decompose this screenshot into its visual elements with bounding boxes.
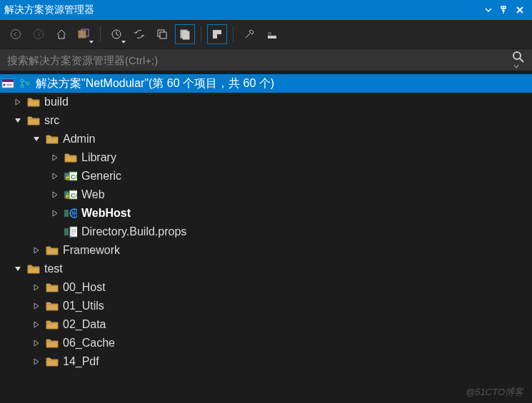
svg-point-0	[11, 30, 21, 39]
search-input[interactable]	[7, 54, 512, 66]
tree-item-label: Framework	[63, 244, 120, 257]
csproj-icon: 🔒C#	[64, 188, 77, 201]
folder-icon	[64, 151, 77, 164]
svg-text:C#: C#	[71, 173, 77, 180]
tree-item[interactable]: Admin	[0, 130, 532, 148]
tree-item[interactable]: 06_Cache	[0, 334, 532, 352]
expand-caret-icon[interactable]	[50, 190, 60, 200]
svg-rect-12	[268, 32, 271, 35]
expand-caret-icon[interactable]	[50, 153, 60, 163]
show-all-files-button[interactable]	[175, 24, 195, 44]
tree-item-label: Directory.Build.props	[81, 225, 186, 238]
tree-item-label: src	[44, 114, 59, 127]
svg-point-19	[26, 82, 29, 85]
tree-item[interactable]: 14_Pdf	[0, 352, 532, 371]
solution-label: 解决方案"NetModular"(第 60 个项目，共 60 个)	[36, 76, 274, 91]
tree-item[interactable]: Framework	[0, 241, 532, 260]
webhost-icon	[64, 207, 77, 220]
tree-item[interactable]: src	[0, 111, 532, 130]
svg-point-13	[513, 52, 521, 59]
forward-button[interactable]	[29, 24, 49, 44]
expand-caret-icon[interactable]	[31, 282, 41, 292]
title-bar: 解决方案资源管理器	[0, 0, 532, 20]
folder-icon	[46, 244, 59, 257]
tree-item-label: WebHost	[81, 207, 131, 220]
folder-icon	[27, 262, 40, 275]
svg-text:C#: C#	[71, 192, 77, 199]
search-icon[interactable]	[512, 51, 525, 69]
expand-caret-icon[interactable]	[13, 264, 23, 274]
tree-item[interactable]: 🔒C#Web	[0, 185, 532, 204]
toolbar-separator	[233, 26, 234, 42]
properties-button[interactable]	[239, 24, 259, 44]
tree-item-label: 06_Cache	[63, 337, 115, 350]
solution-tree: 解决方案"NetModular"(第 60 个项目，共 60 个) builds…	[0, 71, 532, 374]
svg-rect-28	[64, 210, 69, 217]
folder-icon	[27, 114, 40, 127]
pending-changes-button[interactable]	[106, 24, 126, 44]
back-button[interactable]	[6, 24, 26, 44]
svg-rect-8	[183, 31, 189, 39]
expand-caret-icon[interactable]	[31, 301, 41, 311]
svg-rect-10	[217, 34, 221, 39]
expand-caret-icon[interactable]	[13, 97, 23, 107]
expand-caret-icon[interactable]	[31, 320, 41, 330]
watermark: @51CTO博客	[466, 386, 523, 399]
tree-item-label: Admin	[63, 133, 95, 146]
expand-caret-icon[interactable]	[31, 134, 41, 144]
tree-item[interactable]: 00_Host	[0, 278, 532, 297]
svg-rect-30	[64, 228, 69, 235]
tree-item-label: Generic	[81, 170, 121, 183]
tree-item[interactable]: 02_Data	[0, 315, 532, 334]
tree-item[interactable]: 01_Utils	[0, 297, 532, 315]
solution-icon	[1, 77, 14, 90]
tree-item[interactable]: Directory.Build.props	[0, 223, 532, 241]
preview-selected-button[interactable]	[207, 24, 227, 44]
tree-item[interactable]: Library	[0, 148, 532, 167]
folder-icon	[46, 337, 59, 350]
props-icon	[64, 225, 77, 238]
panel-title: 解决方案资源管理器	[4, 4, 481, 16]
tree-item-label: build	[44, 96, 69, 108]
svg-point-17	[21, 79, 24, 82]
expand-caret-icon[interactable]	[31, 338, 41, 348]
collapse-all-button[interactable]	[152, 24, 172, 44]
close-icon[interactable]	[512, 2, 528, 18]
tree-item-label: Web	[81, 188, 105, 201]
expand-caret-icon[interactable]	[13, 116, 23, 126]
tree-item-label: Library	[81, 151, 116, 164]
view-button[interactable]	[262, 24, 282, 44]
dropdown-icon[interactable]	[481, 2, 496, 18]
tree-item-label: 01_Utils	[63, 300, 104, 312]
svg-rect-11	[268, 36, 276, 39]
home-button[interactable]	[51, 24, 71, 44]
tree-item-label: test	[44, 262, 63, 275]
tree-item[interactable]: build	[0, 93, 532, 111]
search-bar	[0, 49, 532, 71]
tree-item-label: 14_Pdf	[63, 355, 99, 368]
toolbar-separator	[100, 26, 101, 42]
tree-item[interactable]: WebHost	[0, 204, 532, 223]
toolbar-separator	[201, 26, 201, 42]
folder-icon	[46, 318, 59, 331]
expand-caret-icon[interactable]	[31, 357, 41, 367]
sync-button[interactable]	[129, 24, 149, 44]
expand-caret-icon[interactable]	[31, 245, 41, 255]
svg-rect-15	[2, 79, 14, 82]
expand-caret-icon[interactable]	[50, 171, 60, 181]
folder-icon	[46, 300, 59, 312]
svg-rect-6	[160, 32, 166, 39]
folder-icon	[46, 133, 59, 146]
svg-point-18	[21, 85, 24, 88]
expand-caret-icon[interactable]	[50, 208, 60, 218]
folder-icon	[46, 281, 59, 294]
tree-item[interactable]: 🔒C#Generic	[0, 167, 532, 185]
tree-item[interactable]: test	[0, 260, 532, 278]
pin-icon[interactable]	[496, 2, 512, 18]
toolbar	[0, 20, 532, 49]
folder-icon	[46, 355, 59, 368]
tree-item-label: 00_Host	[63, 281, 106, 294]
switch-views-button[interactable]	[74, 24, 94, 44]
solution-root[interactable]: 解决方案"NetModular"(第 60 个项目，共 60 个)	[0, 74, 532, 93]
folder-icon	[27, 96, 40, 108]
